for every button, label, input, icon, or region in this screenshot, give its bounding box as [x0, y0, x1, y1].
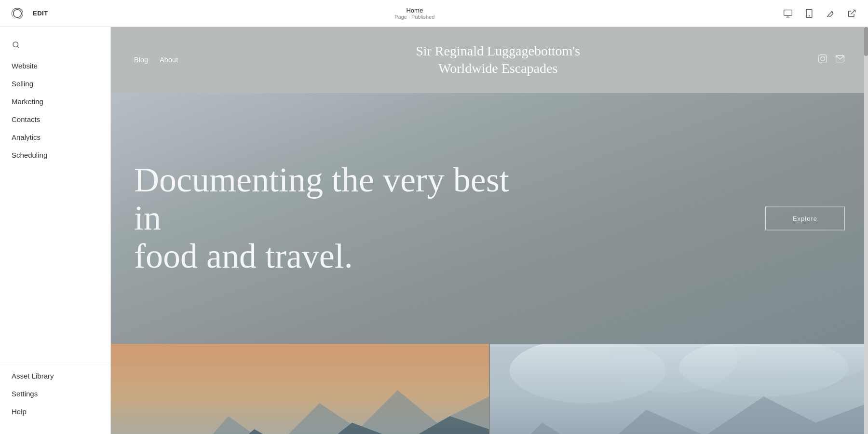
- website-preview: Blog About Sir Reginald Luggagebottom's …: [111, 27, 868, 434]
- sidebar-item-asset-library[interactable]: Asset Library: [0, 367, 110, 385]
- topbar-right: [781, 7, 858, 20]
- instagram-icon[interactable]: [818, 54, 827, 66]
- sidebar: Website Selling Marketing Contacts Analy…: [0, 27, 111, 434]
- svg-rect-1: [784, 10, 792, 15]
- sidebar-item-analytics[interactable]: Analytics: [0, 128, 110, 146]
- email-icon[interactable]: [835, 54, 845, 66]
- site-title: Sir Reginald Luggagebottom's Worldwide E…: [416, 42, 580, 78]
- nav-blog-link[interactable]: Blog: [134, 56, 148, 64]
- svg-point-7: [821, 57, 825, 61]
- hero-section: Documenting the very best in food and tr…: [111, 93, 868, 344]
- hero-cta: Explore: [765, 206, 845, 230]
- sidebar-item-scheduling[interactable]: Scheduling: [0, 146, 110, 164]
- external-link-button[interactable]: [845, 7, 858, 20]
- page-name: Home: [406, 7, 423, 14]
- desktop-view-button[interactable]: [781, 7, 795, 20]
- topbar: EDIT Home Page · Published: [0, 0, 868, 27]
- sidebar-item-contacts[interactable]: Contacts: [0, 110, 110, 128]
- sidebar-item-settings[interactable]: Settings: [0, 385, 110, 403]
- svg-rect-6: [819, 55, 827, 63]
- image-card-left: [111, 344, 489, 434]
- sidebar-bottom: Asset Library Settings Help: [0, 363, 110, 424]
- svg-point-8: [825, 56, 826, 57]
- site-header-icons: [818, 54, 845, 66]
- hero-title: Documenting the very best in food and tr…: [134, 161, 510, 276]
- topbar-left: EDIT: [10, 6, 48, 21]
- site-title-line2: Worldwide Escapades: [438, 61, 557, 76]
- squarespace-logo[interactable]: [10, 6, 25, 21]
- sidebar-item-website[interactable]: Website: [0, 57, 110, 75]
- edit-label: EDIT: [33, 10, 48, 17]
- sidebar-item-selling[interactable]: Selling: [0, 75, 110, 93]
- svg-point-3: [809, 15, 809, 16]
- image-grid: [111, 344, 868, 434]
- svg-line-4: [851, 10, 855, 14]
- nav-about-link[interactable]: About: [160, 56, 178, 64]
- search-button[interactable]: [0, 37, 110, 53]
- main: Website Selling Marketing Contacts Analy…: [0, 27, 868, 434]
- explore-button[interactable]: Explore: [765, 206, 845, 230]
- sidebar-item-marketing[interactable]: Marketing: [0, 93, 110, 110]
- sidebar-nav: Website Selling Marketing Contacts Analy…: [0, 53, 110, 363]
- scrollbar-thumb[interactable]: [864, 27, 868, 56]
- svg-point-5: [13, 42, 18, 47]
- page-status: Page · Published: [394, 14, 434, 20]
- site-title-line1: Sir Reginald Luggagebottom's: [416, 43, 580, 58]
- site-header: Blog About Sir Reginald Luggagebottom's …: [111, 27, 868, 93]
- canvas-area: Blog About Sir Reginald Luggagebottom's …: [111, 27, 868, 434]
- topbar-center: Home Page · Published: [394, 7, 434, 20]
- tablet-view-button[interactable]: [802, 7, 816, 20]
- sidebar-item-help[interactable]: Help: [0, 403, 110, 420]
- site-nav: Blog About: [134, 56, 178, 64]
- image-card-right: [490, 344, 868, 434]
- design-button[interactable]: [824, 7, 837, 20]
- hero-content: Documenting the very best in food and tr…: [111, 161, 868, 276]
